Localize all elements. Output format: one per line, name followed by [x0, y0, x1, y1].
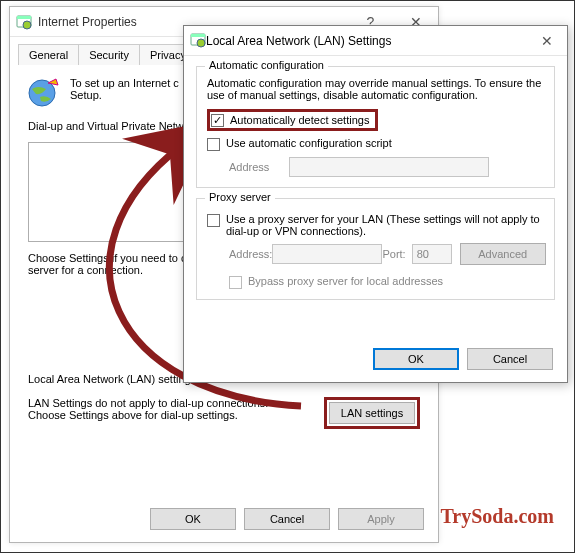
auto-detect-highlight: ✓ Automatically detect settings [207, 109, 378, 131]
apply-button[interactable]: Apply [338, 508, 424, 530]
lan-settings-window: Local Area Network (LAN) Settings ✕ Auto… [183, 25, 568, 383]
bypass-local-label: Bypass proxy server for local addresses [248, 275, 443, 287]
bypass-local-checkbox [229, 276, 242, 289]
ip-footer: OK Cancel Apply [150, 508, 424, 530]
lan-settings-highlight: LAN settings [324, 397, 420, 429]
internet-options-icon [16, 14, 32, 30]
use-proxy-checkbox[interactable] [207, 214, 220, 227]
watermark: TrySoda.com [440, 505, 554, 528]
svg-point-2 [23, 21, 31, 29]
ok-button[interactable]: OK [150, 508, 236, 530]
auto-detect-checkbox[interactable]: ✓ [211, 114, 224, 127]
lan-help-text: LAN Settings do not apply to dial-up con… [28, 397, 278, 421]
script-address-input [289, 157, 489, 177]
tab-security[interactable]: Security [78, 44, 140, 65]
globe-icon [26, 77, 60, 111]
proxy-port-label: Port: [382, 248, 405, 260]
lan-footer: OK Cancel [373, 348, 553, 370]
svg-rect-1 [17, 16, 31, 19]
cancel-button[interactable]: Cancel [244, 508, 330, 530]
autoconf-legend: Automatic configuration [205, 59, 328, 71]
setup-text: To set up an Internet c Setup. [70, 77, 179, 101]
svg-point-6 [197, 39, 205, 47]
autoconf-desc: Automatic configuration may override man… [207, 77, 544, 101]
use-proxy-label: Use a proxy server for your LAN (These s… [226, 213, 544, 237]
script-address-label: Address [229, 161, 289, 173]
lan-title: Local Area Network (LAN) Settings [206, 34, 527, 48]
proxy-advanced-button: Advanced [460, 243, 546, 265]
lan-titlebar: Local Area Network (LAN) Settings ✕ [184, 26, 567, 56]
use-script-checkbox[interactable] [207, 138, 220, 151]
lan-group: Local Area Network (LAN) settings LAN Se… [28, 380, 420, 429]
svg-rect-5 [191, 34, 205, 37]
internet-options-icon [190, 32, 206, 50]
proxy-port-input: 80 [412, 244, 452, 264]
proxy-server-group: Proxy server Use a proxy server for your… [196, 198, 555, 300]
tab-general[interactable]: General [18, 44, 79, 65]
proxy-legend: Proxy server [205, 191, 275, 203]
lan-settings-button[interactable]: LAN settings [329, 402, 415, 424]
automatic-configuration-group: Automatic configuration Automatic config… [196, 66, 555, 188]
auto-detect-label: Automatically detect settings [230, 114, 369, 126]
close-button[interactable]: ✕ [527, 26, 567, 56]
use-script-label: Use automatic configuration script [226, 137, 392, 149]
cancel-button[interactable]: Cancel [467, 348, 553, 370]
lan-legend: Local Area Network (LAN) settings [28, 373, 202, 385]
proxy-address-label: Address: [229, 248, 272, 260]
proxy-address-input [272, 244, 382, 264]
ok-button[interactable]: OK [373, 348, 459, 370]
dialup-legend: Dial-up and Virtual Private Netw [28, 120, 190, 132]
